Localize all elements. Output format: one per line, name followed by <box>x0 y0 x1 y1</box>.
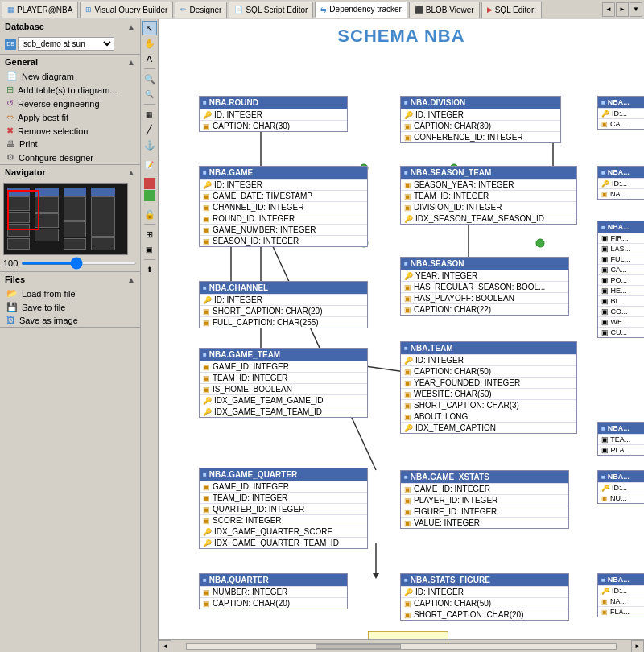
tool-export[interactable]: ⬆ <box>142 262 157 277</box>
table-nba-season-team[interactable]: NBA.SEASON_TEAM ▣ SEASON_YEAR: INTEGER ▣… <box>400 166 577 225</box>
table-nba-right3[interactable]: NBA... ▣ FIR... ▣ LAS... ▣ FUL... ▣ CA..… <box>597 221 644 338</box>
load-file-item[interactable]: 📂 Load from file <box>0 287 140 300</box>
table-nba-game-quarter[interactable]: NBA.GAME_QUARTER ▣ GAME_ID: INTEGER ▣ TE… <box>199 468 368 549</box>
col-icon: ▣ <box>404 192 411 200</box>
canvas-area[interactable]: SCHEMA NBA <box>159 19 644 652</box>
col-icon: ▣ <box>404 181 411 189</box>
table-nba-round[interactable]: NBA.ROUND 🔑 ID: INTEGER ▣ CAPTION: CHAR(… <box>199 96 348 132</box>
tool-line[interactable]: ╱ <box>142 122 157 137</box>
col-icon: ▣ <box>203 319 210 327</box>
tool-sep-6 <box>144 224 155 225</box>
tab-designer-label: Designer <box>189 6 221 14</box>
col-icon: ▣ <box>404 283 411 291</box>
tab-vqb[interactable]: ⊞ Visual Query Builder <box>80 2 173 18</box>
tab-blob[interactable]: ⬛ BLOB Viewer <box>409 2 480 18</box>
table-nba-right2[interactable]: NBA... 🔑 ID:... ▣ NA... <box>597 166 644 200</box>
tab-scroll-left[interactable]: ◄ <box>602 2 615 17</box>
reverse-item[interactable]: ↺ Reverse engineering <box>0 97 140 110</box>
tool-lock[interactable]: 🔒 <box>142 207 157 221</box>
configure-item[interactable]: ⚙ Configure designer <box>0 151 140 164</box>
tool-zoom-out[interactable]: 🔍 <box>142 87 157 101</box>
col-icon: ▣ <box>601 598 608 605</box>
field-t-year: ▣ YEAR_FOUNDED: INTEGER <box>401 377 576 388</box>
tool-arrow[interactable]: ↖ <box>142 21 157 35</box>
table-nba-game-team[interactable]: NBA.GAME_TEAM ▣ GAME_ID: INTEGER ▣ TEAM_… <box>199 348 368 418</box>
field-r6-id: 🔑 ID:... <box>598 585 644 596</box>
save-file-icon: 💾 <box>6 302 18 312</box>
col-icon: ▣ <box>601 121 608 128</box>
table-nba-team[interactable]: NBA.TEAM 🔑 ID: INTEGER ▣ CAPTION: CHAR(5… <box>400 341 577 434</box>
tool-hand[interactable]: ✋ <box>142 36 157 51</box>
tab-player[interactable]: ▦ PLAYER@NBA <box>2 2 78 18</box>
field-q-cap: ▣ CAPTION: CHAR(20) <box>200 597 347 609</box>
col-icon: ▣ <box>203 517 210 525</box>
field-t-id: 🔑 ID: INTEGER <box>401 354 576 365</box>
new-diagram-item[interactable]: 📄 New diagram <box>0 69 140 83</box>
database-collapse-icon[interactable]: ▲ <box>127 23 135 31</box>
table-nba-division[interactable]: NBA.DIVISION 🔑 ID: INTEGER ▣ CAPTION: CH… <box>400 96 561 143</box>
tool-fit[interactable]: ⊞ <box>142 227 157 241</box>
hscroll-thumb[interactable] <box>316 644 402 649</box>
table-nba-right1[interactable]: NBA... 🔑 ID:... ▣ CA... <box>597 96 644 130</box>
tool-anchor[interactable]: ⚓ <box>142 138 157 152</box>
add-tables-item[interactable]: ⊞ Add table(s) to diagram... <box>0 83 140 97</box>
table-nba-channel[interactable]: NBA.CHANNEL 🔑 ID: INTEGER ▣ SHORT_CAPTIO… <box>199 281 368 328</box>
table-nba-season[interactable]: NBA.SEASON 🔑 YEAR: INTEGER ▣ HAS_REGULAR… <box>400 257 569 316</box>
save-image-item[interactable]: 🖼 Save as image <box>0 314 140 327</box>
table-nba-stats-figure[interactable]: NBA.STATS_FIGURE 🔑 ID: INTEGER ▣ CAPTION… <box>400 573 569 621</box>
tool-note[interactable]: 📝 <box>142 158 157 172</box>
col-icon: ▣ <box>203 483 210 491</box>
hscroll-left[interactable]: ◄ <box>159 640 171 653</box>
table-nba-right6-header: NBA... <box>598 574 644 585</box>
tab-designer[interactable]: ✏ Designer <box>175 2 227 18</box>
tool-abc[interactable]: A <box>142 52 157 66</box>
save-file-item[interactable]: 💾 Save to file <box>0 300 140 314</box>
db-dropdown[interactable]: sdb_demo at sun <box>18 37 114 51</box>
navigator-collapse-icon[interactable]: ▲ <box>127 168 135 177</box>
pk-icon: 🔑 <box>404 588 413 596</box>
col-icon: ▣ <box>203 363 210 371</box>
navigator-viewport[interactable] <box>7 190 39 230</box>
general-collapse-icon[interactable]: ▲ <box>127 58 135 67</box>
table-nba-right5[interactable]: NBA... 🔑 ID:... ▣ NU... <box>597 470 644 504</box>
tool-sep-7 <box>144 259 155 260</box>
table-nba-game-xstats[interactable]: NBA.GAME_XSTATS ▣ GAME_ID: INTEGER ▣ PLA… <box>400 470 569 529</box>
navigator-preview[interactable] <box>3 183 128 255</box>
tool-color-green[interactable] <box>144 190 155 201</box>
table-nba-right6[interactable]: NBA... 🔑 ID:... ▣ NA... ▣ FLA... <box>597 573 644 617</box>
tab-sqled[interactable]: ▶ SQL Editor: <box>481 2 542 18</box>
tab-scroll-right[interactable]: ► <box>616 2 629 17</box>
tool-color-red[interactable] <box>144 178 155 189</box>
table-nba-quarter[interactable]: NBA.QUARTER ▣ NUMBER: INTEGER ▣ CAPTION:… <box>199 573 348 609</box>
col-icon: ▣ <box>404 134 411 142</box>
apply-best-item[interactable]: ⇔ Apply best fit <box>0 110 140 124</box>
table-nba-right4[interactable]: NBA... ▣ TEA... ▣ PLA... <box>597 422 644 456</box>
field-gt-home: ▣ IS_HOME: BOOLEAN <box>200 383 367 394</box>
db-select-row: DB sdb_demo at sun <box>5 37 135 51</box>
tab-player-label: PLAYER@NBA <box>17 6 72 14</box>
schema-title: SCHEMA NBA <box>159 19 644 50</box>
field-gt-idx2: 🔑 IDX_GAME_TEAM_TEAM_ID <box>200 406 367 417</box>
apply-best-icon: ⇔ <box>6 112 14 122</box>
tab-menu[interactable]: ▼ <box>630 2 642 17</box>
tab-dep[interactable]: ⇆ Dependency tracker <box>315 2 407 18</box>
database-header: Database ▲ <box>0 19 140 34</box>
files-collapse-icon[interactable]: ▲ <box>127 275 135 284</box>
zoom-slider[interactable] <box>21 262 137 265</box>
table-nba-game[interactable]: NBA.GAME 🔑 ID: INTEGER ▣ GAME_DATE: TIME… <box>199 166 368 247</box>
print-item[interactable]: 🖶 Print <box>0 138 140 151</box>
field-t-about: ▣ ABOUT: LONG <box>401 411 576 422</box>
tab-sql[interactable]: 📄 SQL Script Editor <box>229 2 313 18</box>
tool-zoom-in[interactable]: 🔍 <box>142 72 157 86</box>
table-nba-right2-header: NBA... <box>598 167 644 178</box>
tool-table[interactable]: ▦ <box>142 107 157 122</box>
field-game-channel: ▣ CHANNEL_ID: INTEGER <box>200 201 367 213</box>
col-icon: ▣ <box>404 402 411 410</box>
field-gt-game: ▣ GAME_ID: INTEGER <box>200 361 367 372</box>
load-file-icon: 📂 <box>6 288 18 299</box>
remove-selection-item[interactable]: ✖ Remove selection <box>0 124 140 138</box>
hscroll-right[interactable]: ► <box>631 640 644 653</box>
load-file-label: Load from file <box>22 289 76 299</box>
field-r1-id: 🔑 ID:... <box>598 108 644 118</box>
tool-select[interactable]: ▣ <box>142 242 157 257</box>
